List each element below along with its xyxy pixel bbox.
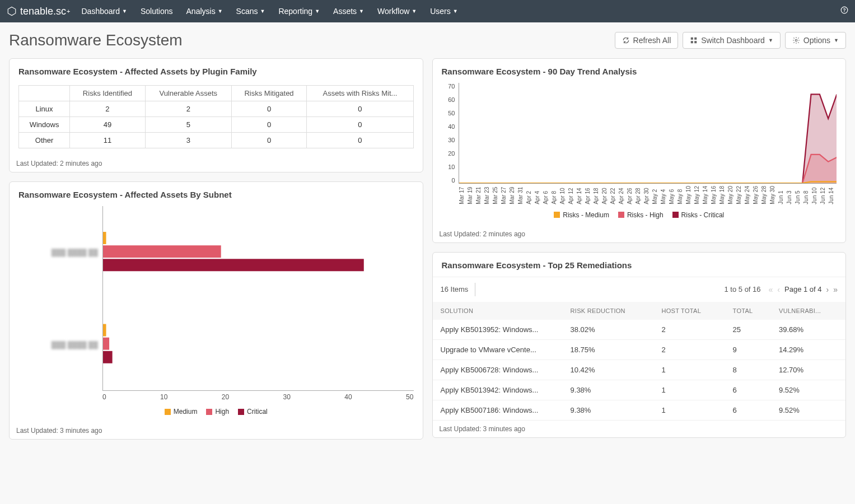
chevron-down-icon: ▼ [218,8,223,14]
first-page-icon[interactable]: « [769,285,773,294]
prev-page-icon[interactable]: ‹ [777,285,780,294]
nav-item-users[interactable]: Users▼ [430,7,457,16]
options-button[interactable]: Options ▼ [785,32,846,49]
table-row[interactable]: Apply KB5007186: Windows...9.38%169.52% [433,400,846,420]
table-header[interactable]: SOLUTION [433,302,563,320]
svg-text:?: ? [843,8,846,13]
page-label: Page 1 of 4 [784,285,822,293]
nav-item-scans[interactable]: Scans▼ [236,7,265,16]
refresh-icon [622,36,630,44]
chevron-down-icon: ▼ [260,8,265,14]
table-row[interactable]: Apply KB5013942: Windows...9.38%169.52% [433,380,846,400]
brand-suffix: + [67,8,70,15]
nav-item-solutions[interactable]: Solutions [141,7,173,16]
nav-item-analysis[interactable]: Analysis▼ [186,7,223,16]
svg-rect-12 [103,338,109,350]
table-row[interactable]: Apply KB5006728: Windows...10.42%1812.70… [433,360,846,380]
table-header [19,86,70,101]
chevron-down-icon: ▼ [122,8,127,14]
legend-item[interactable]: High [206,408,229,416]
trend-y-axis: 706050403020100 [442,83,459,184]
page-header: Ransomware Ecosystem Refresh All Switch … [9,31,846,49]
remediation-toolbar: 16 Items 1 to 5 of 16 « ‹ Page 1 of 4 › … [433,277,846,302]
card-title: Ransomware Ecosystem - Top 25 Remediatio… [433,253,846,277]
svg-rect-3 [691,38,693,40]
chevron-down-icon: ▼ [359,8,364,14]
card-trend-analysis: Ransomware Ecosystem - 90 Day Trend Anal… [432,58,847,243]
top-nav: tenable.sc+ Dashboard▼SolutionsAnalysis▼… [0,0,855,22]
nav-item-dashboard[interactable]: Dashboard▼ [82,7,127,16]
table-header[interactable]: VULNERABI... [771,302,845,320]
help-icon[interactable]: ? [840,6,848,16]
svg-rect-9 [103,245,221,258]
card-remediations: Ransomware Ecosystem - Top 25 Remediatio… [432,252,847,438]
svg-rect-8 [103,232,106,244]
svg-point-7 [795,39,797,41]
legend-item[interactable]: Critical [238,408,268,416]
pager: « ‹ Page 1 of 4 › » [769,285,838,294]
chevron-down-icon: ▼ [834,38,839,43]
chevron-down-icon: ▼ [453,8,458,14]
table-header: Assets with Risks Mit... [307,86,413,101]
table-header: Risks Identified [70,86,146,101]
card-affected-assets-subnet: Ransomware Ecosystem - Affected Assets B… [9,181,423,440]
card-footer: Last Updated: 3 minutes ago [433,421,846,437]
nav-items: Dashboard▼SolutionsAnalysis▼Scans▼Report… [82,7,458,16]
subnet-x-axis: 01020304050 [102,393,414,401]
page-actions: Refresh All Switch Dashboard ▼ Options ▼ [615,32,846,49]
table-header: Risks Mitigated [231,86,307,101]
range-label: 1 to 5 of 16 [725,285,761,293]
trend-x-axis: Mar 17Mar 19Mar 21Mar 23Mar 25Mar 27Mar … [459,186,837,204]
svg-rect-11 [103,324,106,337]
card-title: Ransomware Ecosystem - Affected Assets B… [10,182,423,206]
brand-logo[interactable]: tenable.sc+ [7,6,71,17]
subnet-chart[interactable] [102,206,414,391]
table-header[interactable]: RISK REDUCTION [563,302,654,320]
remediation-table: SOLUTIONRISK REDUCTIONHOST TOTALTOTALVUL… [433,302,846,421]
nav-item-assets[interactable]: Assets▼ [333,7,364,16]
card-title: Ransomware Ecosystem - Affected Assets b… [10,59,423,83]
chevron-down-icon: ▼ [412,8,417,14]
table-row[interactable]: Apply KB5013952: Windows...38.02%22539.6… [433,320,846,340]
svg-rect-13 [103,351,113,363]
trend-legend: Risks - MediumRisks - HighRisks - Critic… [442,211,837,219]
table-header[interactable]: HOST TOTAL [653,302,725,320]
nav-item-workflow[interactable]: Workflow▼ [377,7,417,16]
table-row[interactable]: Other11300 [19,133,414,148]
brand-text: tenable.sc [20,6,66,17]
chevron-down-icon: ▼ [315,8,320,14]
switch-dashboard-button[interactable]: Switch Dashboard ▼ [683,32,781,49]
table-row[interactable]: Windows49500 [19,117,414,133]
card-footer: Last Updated: 2 minutes ago [10,155,423,172]
card-title: Ransomware Ecosystem - 90 Day Trend Anal… [433,59,846,83]
legend-item[interactable]: Medium [165,408,198,416]
gear-icon [792,36,800,44]
svg-rect-4 [694,38,697,40]
svg-rect-10 [103,259,364,271]
card-footer: Last Updated: 3 minutes ago [10,422,423,439]
svg-rect-6 [694,41,697,43]
refresh-button[interactable]: Refresh All [615,32,679,49]
legend-item[interactable]: Risks - Medium [554,211,609,219]
legend-item[interactable]: Risks - Critical [672,211,725,219]
subnet-y-labels: ███ ████ ██ ███ ████ ██ [18,206,102,391]
table-row[interactable]: Upgrade to VMware vCente...18.75%2914.29… [433,339,846,360]
svg-rect-5 [691,41,693,43]
card-footer: Last Updated: 2 minutes ago [433,226,846,242]
next-page-icon[interactable]: › [826,285,829,294]
grid-icon [690,36,698,44]
table-header: Vulnerable Assets [145,86,231,101]
nav-item-reporting[interactable]: Reporting▼ [278,7,320,16]
svg-marker-0 [8,7,16,16]
legend-item[interactable]: Risks - High [618,211,664,219]
page-title: Ransomware Ecosystem [9,31,183,49]
card-affected-assets-family: Ransomware Ecosystem - Affected Assets b… [9,58,423,172]
table-header[interactable]: TOTAL [725,302,771,320]
chevron-down-icon: ▼ [768,38,773,43]
subnet-legend: MediumHighCritical [18,408,414,416]
hexagon-icon [7,6,17,16]
trend-chart[interactable] [459,83,837,184]
affected-assets-table: Risks IdentifiedVulnerable AssetsRisks M… [18,85,414,148]
last-page-icon[interactable]: » [833,285,838,294]
table-row[interactable]: Linux2200 [19,101,414,117]
